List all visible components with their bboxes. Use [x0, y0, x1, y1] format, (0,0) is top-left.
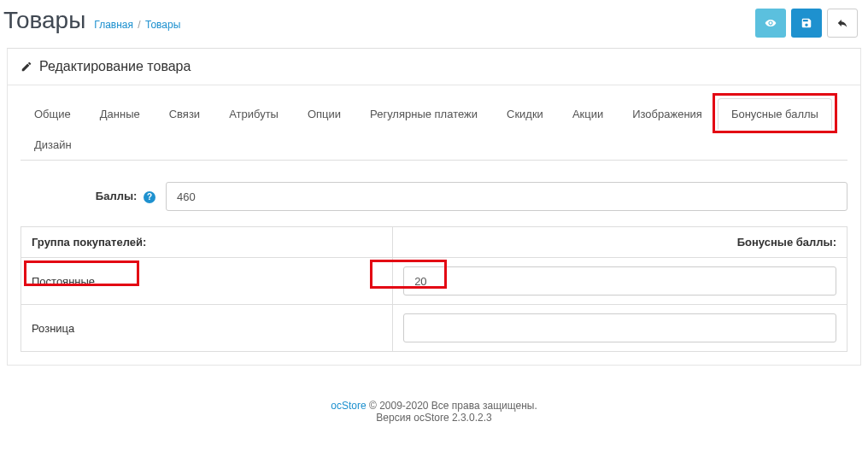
th-group: Группа покупателей:	[21, 227, 393, 258]
tab-links[interactable]: Связи	[155, 98, 214, 130]
tab-data[interactable]: Данные	[86, 98, 154, 130]
help-icon[interactable]: ?	[144, 191, 155, 203]
tab-image[interactable]: Изображения	[619, 98, 716, 130]
th-points: Бонусные баллы:	[393, 227, 847, 258]
footer: ocStore © 2009-2020 Все права защищены. …	[0, 366, 868, 432]
reward-table: Группа покупателей: Бонусные баллы: Пост…	[21, 226, 847, 352]
tab-attribute[interactable]: Атрибуты	[215, 98, 292, 130]
tab-option[interactable]: Опции	[294, 98, 355, 130]
footer-copyright: © 2009-2020 Все права защищены.	[367, 400, 537, 412]
panel-heading: Редактирование товара	[8, 49, 860, 85]
view-button[interactable]	[755, 9, 786, 38]
group-name: Постоянные	[32, 275, 95, 288]
tab-recurring[interactable]: Регулярные платежи	[356, 98, 491, 130]
table-row: Постоянные	[21, 258, 847, 305]
back-button[interactable]	[827, 9, 858, 38]
tab-general[interactable]: Общие	[21, 98, 85, 130]
footer-link[interactable]: ocStore	[331, 400, 366, 412]
panel: Редактирование товара Общие Данные Связи…	[7, 48, 861, 366]
group-points-input[interactable]	[403, 266, 836, 296]
breadcrumb: Главная / Товары	[94, 19, 180, 31]
points-label: Баллы: ?	[21, 190, 166, 203]
page-title: Товары	[3, 7, 85, 34]
save-button[interactable]	[791, 9, 822, 38]
nav-tabs: Общие Данные Связи Атрибуты Опции Регуля…	[21, 98, 847, 161]
points-input[interactable]	[166, 182, 847, 211]
tab-discount[interactable]: Скидки	[493, 98, 557, 130]
group-points-input[interactable]	[403, 313, 836, 342]
breadcrumb-home[interactable]: Главная	[94, 19, 133, 31]
tab-design[interactable]: Дизайн	[21, 129, 85, 161]
footer-version: Версия ocStore 2.3.0.2.3	[0, 412, 868, 424]
save-icon	[801, 17, 812, 29]
tab-reward[interactable]: Бонусные баллы	[718, 98, 832, 130]
group-name: Розница	[32, 322, 74, 335]
table-row: Розница	[21, 305, 847, 352]
breadcrumb-current[interactable]: Товары	[145, 19, 180, 31]
reply-icon	[836, 17, 848, 29]
breadcrumb-sep: /	[138, 19, 140, 31]
tab-special[interactable]: Акции	[559, 98, 617, 130]
pencil-icon	[21, 61, 32, 73]
eye-icon	[765, 17, 777, 29]
panel-title: Редактирование товара	[39, 59, 191, 74]
